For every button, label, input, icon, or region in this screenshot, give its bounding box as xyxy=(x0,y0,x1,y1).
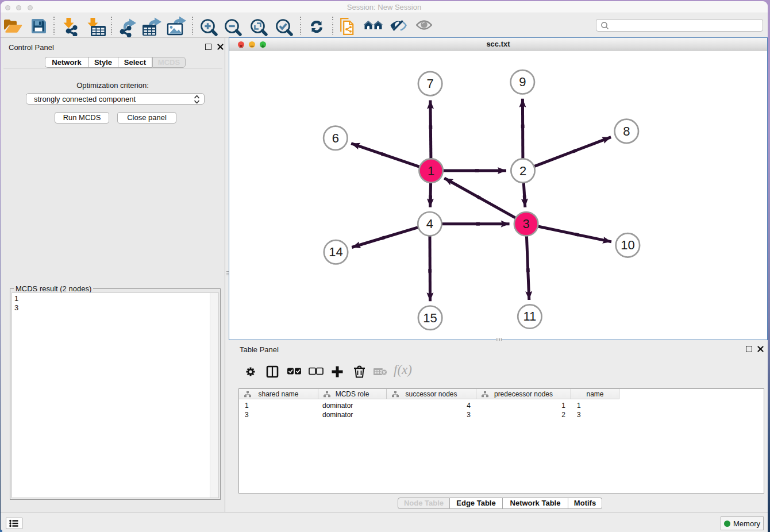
svg-text:10: 10 xyxy=(621,238,634,252)
svg-text:2: 2 xyxy=(519,164,526,178)
svg-text:1: 1 xyxy=(428,164,434,178)
svg-text:11: 11 xyxy=(523,309,536,323)
svg-text:14: 14 xyxy=(329,245,342,259)
svg-text:8: 8 xyxy=(623,124,630,138)
svg-text:15: 15 xyxy=(423,311,437,325)
svg-text:7: 7 xyxy=(426,76,433,91)
svg-text:9: 9 xyxy=(519,75,526,89)
svg-text:3: 3 xyxy=(522,217,529,231)
svg-text:4: 4 xyxy=(426,217,433,231)
svg-text:6: 6 xyxy=(332,131,339,145)
